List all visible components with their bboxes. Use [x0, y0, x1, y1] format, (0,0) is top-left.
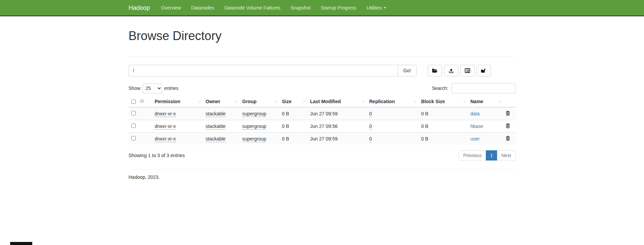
group-editable[interactable]: supergroup	[242, 136, 266, 142]
path-input[interactable]	[129, 65, 398, 76]
pagination-previous[interactable]: Previous	[459, 150, 486, 161]
sort-icon: ↓↑	[235, 99, 237, 104]
owner-editable[interactable]: stackable	[206, 124, 226, 130]
upload-files-button[interactable]	[444, 65, 458, 76]
column-group[interactable]: Group↓↑	[240, 96, 279, 107]
table-row: drwxr-xr-x stackable supergroup 0 B Jun …	[129, 120, 516, 133]
nav-utilities-label: Utilities	[367, 5, 382, 11]
go-button[interactable]: Go!	[398, 65, 417, 76]
entries-summary: Showing 1 to 3 of 3 entries	[129, 153, 185, 158]
directory-link[interactable]: hbase	[471, 124, 483, 129]
trash-icon	[505, 111, 510, 117]
column-last-modified[interactable]: Last Modified↓↑	[308, 96, 367, 107]
permission-editable[interactable]: drwxr-xr-x	[155, 136, 176, 142]
permission-editable[interactable]: drwxr-xr-x	[155, 111, 176, 117]
search-label: Search:	[432, 86, 448, 91]
replication-editable[interactable]: 0	[369, 124, 372, 130]
divider	[129, 56, 516, 57]
cloud-upload-icon	[448, 68, 454, 73]
nav-datanode-volume-failures[interactable]: Datanode Volume Failures	[219, 0, 286, 16]
directory-link[interactable]: data	[471, 111, 480, 116]
row-checkbox[interactable]	[131, 136, 136, 140]
permission-editable[interactable]: drwxr-xr-x	[155, 124, 176, 130]
nav-utilities-dropdown[interactable]: Utilities	[362, 0, 391, 16]
path-bar: Go!	[129, 65, 516, 76]
column-owner[interactable]: Owner↓↑	[203, 96, 240, 107]
caret-down-icon	[384, 7, 386, 8]
hdfs-browser-page: Hadoop Overview Datanodes Datanode Volum…	[0, 0, 644, 245]
pagination-next[interactable]: Next	[497, 150, 516, 161]
block-size-value: 0 B	[419, 133, 468, 145]
navbar: Hadoop Overview Datanodes Datanode Volum…	[0, 0, 644, 16]
table-row: drwxr-xr-x stackable supergroup 0 B Jun …	[129, 133, 516, 145]
group-editable[interactable]: supergroup	[242, 124, 266, 130]
column-replication[interactable]: Replication↓↑	[367, 96, 419, 107]
create-directory-button[interactable]	[428, 65, 442, 76]
screen-artifact	[10, 242, 32, 245]
nav-snapshot[interactable]: Snapshot	[286, 0, 316, 16]
sort-active-icon	[140, 99, 144, 104]
size-value: 0 B	[279, 107, 308, 120]
nav-links: Overview Datanodes Datanode Volume Failu…	[156, 0, 391, 16]
replication-editable[interactable]: 0	[369, 136, 372, 142]
column-block-size[interactable]: Block Size↓↑	[419, 96, 468, 107]
list-alt-icon	[465, 68, 470, 73]
footer-text: Hadoop, 2023.	[129, 174, 516, 180]
table-controls: Show 25 entries Search:	[129, 83, 516, 93]
directory-table: Permission↓↑ Owner↓↑ Group↓↑ Size↓↑ Last…	[129, 96, 516, 145]
size-value: 0 B	[279, 133, 308, 145]
sort-icon: ↓↑	[275, 99, 277, 104]
move-button[interactable]	[477, 65, 491, 76]
folder-move-icon	[481, 68, 486, 73]
last-modified-value: Jun 27 09:59	[308, 107, 367, 120]
page-title: Browse Directory	[129, 29, 516, 43]
table-footer: Showing 1 to 3 of 3 entries Previous 1 N…	[129, 150, 516, 161]
trash-icon	[505, 136, 510, 142]
replication-editable[interactable]: 0	[369, 111, 372, 117]
delete-button[interactable]	[505, 123, 510, 129]
nav-datanodes[interactable]: Datanodes	[186, 0, 219, 16]
group-editable[interactable]: supergroup	[242, 111, 266, 117]
entries-label: entries	[164, 86, 179, 91]
row-checkbox[interactable]	[131, 111, 136, 115]
owner-editable[interactable]: stackable	[206, 111, 226, 117]
column-name[interactable]: Name↓↑	[468, 96, 503, 107]
size-value: 0 B	[279, 120, 308, 133]
sort-icon: ↓↑	[198, 99, 200, 104]
folder-open-icon	[432, 68, 438, 73]
column-select-all[interactable]	[129, 96, 152, 107]
table-header-row: Permission↓↑ Owner↓↑ Group↓↑ Size↓↑ Last…	[129, 96, 516, 107]
nav-overview[interactable]: Overview	[156, 0, 186, 16]
nav-startup-progress[interactable]: Startup Progress	[316, 0, 362, 16]
sort-icon: ↓↑	[414, 99, 416, 104]
owner-editable[interactable]: stackable	[206, 136, 226, 142]
divider	[129, 169, 516, 170]
column-size[interactable]: Size↓↑	[279, 96, 308, 107]
last-modified-value: Jun 27 09:59	[308, 133, 367, 145]
column-actions	[503, 96, 516, 107]
page-size-select[interactable]: 25	[143, 83, 162, 93]
block-size-value: 0 B	[419, 120, 468, 133]
sort-icon: ↓↑	[498, 99, 500, 104]
block-size-value: 0 B	[419, 107, 468, 120]
sort-icon: ↓↑	[303, 99, 305, 104]
search-input[interactable]	[451, 83, 516, 93]
table-row: drwxr-xr-x stackable supergroup 0 B Jun …	[129, 107, 516, 120]
row-checkbox[interactable]	[131, 124, 136, 128]
paste-button[interactable]	[460, 65, 475, 76]
pagination-page-1[interactable]: 1	[486, 150, 497, 161]
last-modified-value: Jun 27 09:56	[308, 120, 367, 133]
sort-icon: ↓↑	[463, 99, 465, 104]
pagination: Previous 1 Next	[459, 150, 515, 161]
brand-hadoop[interactable]: Hadoop	[129, 4, 150, 12]
file-action-buttons	[428, 65, 491, 76]
column-permission[interactable]: Permission↓↑	[152, 96, 203, 107]
delete-button[interactable]	[505, 136, 510, 142]
select-all-checkbox[interactable]	[131, 99, 136, 104]
show-label: Show	[129, 86, 141, 91]
trash-icon	[505, 123, 510, 129]
directory-link[interactable]: user	[471, 136, 480, 142]
sort-icon: ↓↑	[362, 99, 364, 104]
delete-button[interactable]	[505, 111, 510, 117]
